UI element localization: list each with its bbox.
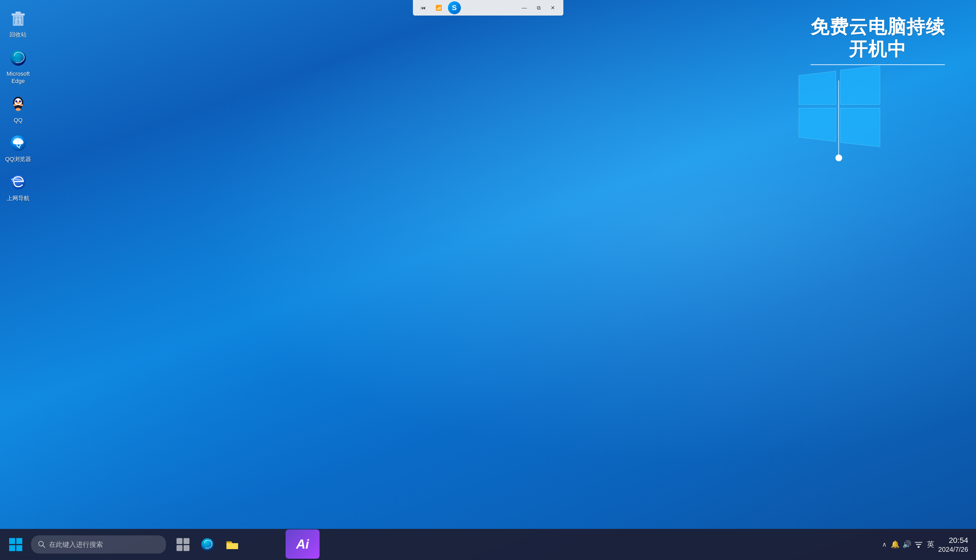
close-button[interactable]: ✕ xyxy=(547,3,559,13)
svg-marker-3 xyxy=(840,108,880,147)
taskbar-edge-app[interactable] xyxy=(196,533,219,556)
svg-point-15 xyxy=(16,101,17,102)
system-tray: ∧ 🔔 🔊 英 20:54 2024/7/26 xyxy=(882,535,973,554)
notification-line1: 免费云电脑持续 xyxy=(811,15,945,38)
svg-line-33 xyxy=(43,545,45,548)
tray-language-indicator[interactable]: 英 xyxy=(927,540,934,549)
tray-network-icon[interactable]: 🔔 xyxy=(891,540,900,548)
svg-rect-41 xyxy=(915,542,922,543)
connector-dot xyxy=(836,155,842,161)
edge-label: MicrosoftEdge xyxy=(7,70,30,85)
desktop-icon-qq[interactable]: QQ xyxy=(3,91,34,127)
svg-rect-35 xyxy=(184,538,189,544)
tray-icons-group: 🔔 🔊 xyxy=(891,539,923,550)
minimize-button[interactable]: — xyxy=(518,3,531,13)
svg-rect-34 xyxy=(177,538,182,544)
svg-marker-2 xyxy=(799,108,836,142)
task-view-icon xyxy=(176,537,190,552)
window-prev-button[interactable]: ⏮ xyxy=(417,3,430,13)
file-explorer-icon xyxy=(225,537,239,552)
qq-browser-icon: Q xyxy=(8,133,28,153)
taskbar-task-view[interactable] xyxy=(171,533,195,556)
search-placeholder-text: 在此键入进行搜索 xyxy=(49,540,103,549)
tray-expand-button[interactable]: ∧ xyxy=(882,541,887,548)
windows-logo xyxy=(794,62,883,150)
svg-rect-40 xyxy=(916,544,921,545)
tray-volume-icon[interactable]: 🔊 xyxy=(903,540,911,548)
system-clock[interactable]: 20:54 2024/7/26 xyxy=(938,535,968,554)
svg-rect-31 xyxy=(16,545,22,551)
window-left-controls: ⏮ 📶 S xyxy=(417,1,461,14)
qq-browser-label: QQ浏览器 xyxy=(5,155,31,163)
taskbar-file-explorer[interactable] xyxy=(220,533,244,556)
svg-rect-29 xyxy=(16,538,22,544)
svg-point-16 xyxy=(20,101,20,102)
svg-point-21 xyxy=(15,108,21,111)
desktop-icon-ie-navigator[interactable]: 上网导航 xyxy=(3,169,34,205)
edge-icon xyxy=(8,47,28,68)
clock-time: 20:54 xyxy=(938,535,968,545)
notification-line2: 开机中 xyxy=(811,38,945,60)
desktop-icons-container: 回收站 MicrosoftEdge xyxy=(0,0,36,213)
ai-icon-label: Ai xyxy=(296,537,309,552)
svg-rect-30 xyxy=(9,545,15,551)
svg-rect-39 xyxy=(918,546,919,548)
desktop-icon-edge[interactable]: MicrosoftEdge xyxy=(3,44,34,88)
ie-navigator-icon xyxy=(8,172,28,193)
svg-point-17 xyxy=(16,102,20,104)
window-right-controls: — ⧉ ✕ xyxy=(518,3,559,13)
search-icon xyxy=(38,540,46,548)
taskbar: 在此键入进行搜索 xyxy=(0,529,976,560)
desktop-icon-qq-browser[interactable]: Q QQ浏览器 xyxy=(3,130,34,166)
window-app-icon: S xyxy=(448,1,461,14)
notification-banner: 免费云电脑持续 开机中 xyxy=(811,15,945,69)
recycle-bin-label: 回收站 xyxy=(10,31,27,38)
window-signal-button[interactable]: 📶 xyxy=(432,3,445,13)
restore-button[interactable]: ⧉ xyxy=(532,3,545,13)
taskbar-apps xyxy=(171,533,244,556)
taskbar-search-bar[interactable]: 在此键入进行搜索 xyxy=(31,535,166,553)
svg-marker-1 xyxy=(840,66,880,105)
partial-window: ⏮ 📶 S — ⧉ ✕ xyxy=(413,0,563,15)
recycle-bin-icon xyxy=(8,8,28,29)
svg-rect-6 xyxy=(15,12,21,14)
svg-rect-36 xyxy=(177,545,182,551)
qq-label: QQ xyxy=(14,117,23,124)
start-button[interactable] xyxy=(3,532,28,557)
ai-taskbar-icon[interactable]: Ai xyxy=(285,529,320,559)
ie-navigator-label: 上网导航 xyxy=(7,195,30,202)
svg-marker-0 xyxy=(799,71,836,105)
svg-text:Q: Q xyxy=(16,142,21,148)
svg-rect-37 xyxy=(184,545,189,551)
tray-wifi-icon[interactable] xyxy=(914,539,923,550)
desktop-icon-recycle-bin[interactable]: 回收站 xyxy=(3,5,34,42)
taskbar-edge-icon xyxy=(200,537,215,552)
svg-rect-28 xyxy=(9,538,15,544)
qq-icon xyxy=(8,94,28,115)
clock-date: 2024/7/26 xyxy=(938,545,968,554)
